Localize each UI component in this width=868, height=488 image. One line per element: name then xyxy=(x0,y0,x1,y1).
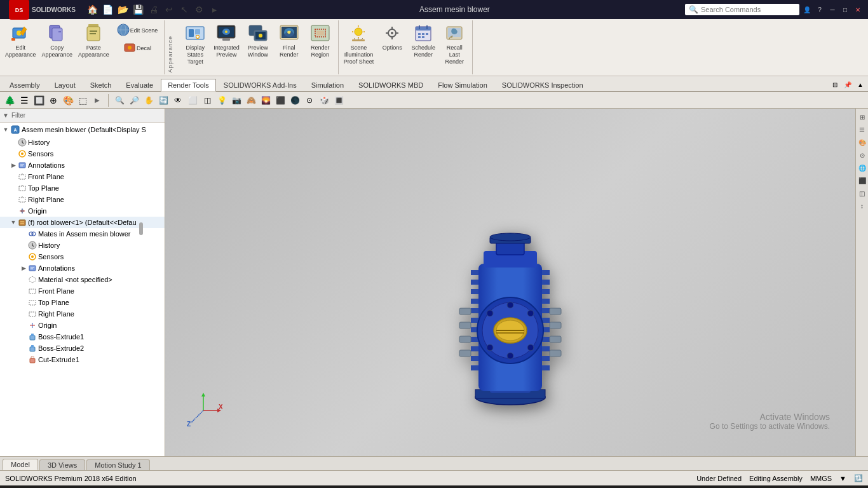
feature-tree[interactable]: ▼ A Assem mesin blower (Default<Display … xyxy=(0,123,165,456)
tree-item-boss-extrude2[interactable]: Boss-Extrude2 xyxy=(0,342,165,354)
pin-ribbon-btn[interactable]: 📌 xyxy=(843,79,853,90)
tab-assembly[interactable]: Assembly xyxy=(3,79,47,91)
final-render-btn[interactable]: Final Render xyxy=(274,20,304,74)
tree-item-sensors2[interactable]: Sensors xyxy=(0,251,165,262)
zoom-to-fit-icon[interactable]: 🔍 xyxy=(112,93,126,107)
options-btn[interactable]: Options xyxy=(377,20,407,74)
search-commands-box[interactable]: 🔍 xyxy=(685,4,799,15)
render-region-btn[interactable]: Render Region xyxy=(305,20,336,74)
preview-window-btn[interactable]: Preview Window xyxy=(243,20,273,74)
paste-appearance-btn[interactable]: Paste Appearance xyxy=(76,20,112,74)
front-view-icon[interactable]: 🔳 xyxy=(332,93,346,107)
tree-item-history1[interactable]: History xyxy=(0,137,165,148)
scene-icon[interactable]: 🌄 xyxy=(259,93,273,107)
minimize-btn[interactable]: ─ xyxy=(827,4,837,15)
realview-icon[interactable]: ⬛ xyxy=(273,93,287,107)
tree-item-cut-extrude1[interactable]: Cut-Extrude1 xyxy=(0,354,165,365)
zoom-area-icon[interactable]: 🔎 xyxy=(127,93,141,107)
recall-last-render-btn[interactable]: Recall Last Render xyxy=(439,20,470,74)
close-btn[interactable]: ✕ xyxy=(853,4,863,15)
tab-evaluate[interactable]: Evaluate xyxy=(119,79,160,91)
display-states-btn[interactable]: Display States Target xyxy=(180,20,210,74)
view-orient-icon[interactable]: 👁 xyxy=(171,93,185,107)
edit-scene-btn[interactable]: Edit Scene xyxy=(115,22,159,39)
root-expand[interactable]: ▼ xyxy=(3,126,9,133)
dim-expert-icon[interactable]: ⊕ xyxy=(46,93,60,107)
collapse-ribbon-btn[interactable]: ⊟ xyxy=(830,79,840,90)
integrated-preview-btn[interactable]: Integrated Preview xyxy=(211,20,242,74)
tab-3d-views[interactable]: 3D Views xyxy=(39,459,85,470)
tree-item-top-plane2[interactable]: Top Plane xyxy=(0,297,165,308)
sidebar-icon-6[interactable]: ⬛ xyxy=(857,175,868,186)
tab-solidworks-mbd[interactable]: SOLIDWORKS MBD xyxy=(351,79,430,91)
select-btn[interactable]: ↖ xyxy=(177,3,191,17)
sidebar-icon-7[interactable]: ◫ xyxy=(857,187,868,199)
tree-item-boss-extrude1[interactable]: Boss-Extrude1 xyxy=(0,331,165,342)
sidebar-icon-1[interactable]: ⊞ xyxy=(857,111,868,123)
feature-tree-icon[interactable]: 🌲 xyxy=(3,93,17,107)
viewport[interactable]: Z X Activate Windows Go to Settings to a… xyxy=(165,109,855,456)
tree-item-front-plane1[interactable]: Front Plane xyxy=(0,171,165,182)
hide-show-icon[interactable]: 🙈 xyxy=(244,93,258,107)
more-btn[interactable]: ▸ xyxy=(208,3,222,17)
view-lights-icon[interactable]: 💡 xyxy=(215,93,229,107)
tree-item-top-plane1[interactable]: Top Plane xyxy=(0,182,165,194)
print-btn[interactable]: 🖨 xyxy=(147,3,161,17)
tab-flow-simulation[interactable]: Flow Simulation xyxy=(431,79,494,91)
rotate-icon[interactable]: 🔄 xyxy=(156,93,170,107)
open-btn[interactable]: 📂 xyxy=(116,3,130,17)
undo-btn[interactable]: ↩ xyxy=(162,3,176,17)
tab-layout[interactable]: Layout xyxy=(48,79,83,91)
more-panels-btn[interactable]: ▶ xyxy=(90,93,104,107)
new-btn[interactable]: 📄 xyxy=(101,3,115,17)
tree-item-right-plane2[interactable]: Right Plane xyxy=(0,308,165,320)
sidebar-icon-8[interactable]: ↕ xyxy=(857,200,868,212)
section-view-icon[interactable]: ◫ xyxy=(200,93,214,107)
view-cameras-icon[interactable]: 📷 xyxy=(229,93,243,107)
search-commands-input[interactable] xyxy=(701,6,790,13)
sidebar-icon-4[interactable]: ⊙ xyxy=(857,149,868,161)
3d-view-icon[interactable]: 🎲 xyxy=(317,93,331,107)
tab-model[interactable]: Model xyxy=(3,459,38,470)
tree-item-origin1[interactable]: Origin xyxy=(0,205,165,217)
scene-illumination-btn[interactable]: Scene Illumination Proof Sheet xyxy=(341,20,377,74)
shadows-icon[interactable]: 🌑 xyxy=(288,93,302,107)
property-manager-icon[interactable]: ☰ xyxy=(17,93,31,107)
sidebar-icon-5[interactable]: 🌐 xyxy=(857,162,868,173)
custom-properties-icon[interactable]: ⬚ xyxy=(76,93,90,107)
tab-render-tools[interactable]: Render Tools xyxy=(161,79,216,92)
tree-item-origin2[interactable]: Origin xyxy=(0,320,165,331)
tree-item-root-blower[interactable]: ▼ (f) root blower<1> (Default<<Defau xyxy=(0,217,165,228)
edit-appearance-btn[interactable]: Edit Appearance xyxy=(3,20,39,74)
edit-decal-btn[interactable]: Decal xyxy=(121,39,153,57)
help-btn[interactable]: ? xyxy=(815,4,825,15)
copy-appearance-btn[interactable]: Copy Appearance xyxy=(39,20,76,74)
tree-item-annotations2[interactable]: ▶ Annotations xyxy=(0,262,165,274)
tree-item-annotations1[interactable]: ▶ Annotations xyxy=(0,159,165,171)
pan-icon[interactable]: ✋ xyxy=(142,93,156,107)
expand-ribbon-btn[interactable]: ▲ xyxy=(855,79,865,90)
tab-simulation[interactable]: Simulation xyxy=(304,79,351,91)
sidebar-icon-2[interactable]: ☰ xyxy=(857,124,868,135)
appearance-manager-icon[interactable]: 🎨 xyxy=(61,93,75,107)
tree-item-sensors1[interactable]: Sensors xyxy=(0,148,165,159)
user-icon[interactable]: 👤 xyxy=(802,4,812,15)
tree-root[interactable]: ▼ A Assem mesin blower (Default<Display … xyxy=(0,123,165,137)
units-arrow[interactable]: ▼ xyxy=(839,475,846,482)
tab-solidworks-addins[interactable]: SOLIDWORKS Add-Ins xyxy=(217,79,304,91)
tab-sketch[interactable]: Sketch xyxy=(83,79,119,91)
view-display-icon[interactable]: ⬜ xyxy=(186,93,200,107)
tree-item-material[interactable]: Material <not specified> xyxy=(0,274,165,285)
config-manager-icon[interactable]: 🔲 xyxy=(32,93,46,107)
tab-solidworks-inspection[interactable]: SOLIDWORKS Inspection xyxy=(495,79,590,91)
home-btn[interactable]: 🏠 xyxy=(86,3,100,17)
save-btn[interactable]: 💾 xyxy=(132,3,146,17)
normal-to-icon[interactable]: ⊙ xyxy=(302,93,316,107)
tree-item-front-plane2[interactable]: Front Plane xyxy=(0,285,165,297)
tree-item-history2[interactable]: History xyxy=(0,240,165,251)
schedule-render-btn[interactable]: Schedule Render xyxy=(408,20,438,74)
tab-motion-study[interactable]: Motion Study 1 xyxy=(86,459,149,470)
sidebar-icon-3[interactable]: 🎨 xyxy=(857,137,868,148)
restore-btn[interactable]: □ xyxy=(840,4,850,15)
options-qat-btn[interactable]: ⚙ xyxy=(193,3,207,17)
